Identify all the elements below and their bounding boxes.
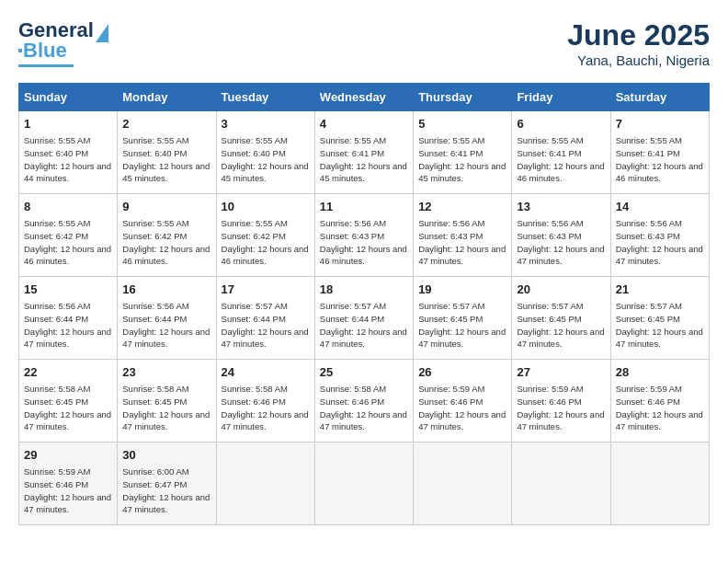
day-number: 15: [24, 282, 112, 298]
day-info: Sunrise: 5:55 AM Sunset: 6:42 PM Dayligh…: [222, 217, 310, 268]
day-number: 5: [418, 116, 506, 132]
calendar-row-1: 1Sunrise: 5:55 AM Sunset: 6:40 PM Daylig…: [19, 111, 710, 194]
day-info: Sunrise: 5:55 AM Sunset: 6:41 PM Dayligh…: [320, 134, 408, 185]
day-number: 14: [616, 199, 704, 215]
logo-blue: Blue: [23, 39, 67, 63]
day-number: 7: [616, 116, 704, 132]
calendar-cell: 1Sunrise: 5:55 AM Sunset: 6:40 PM Daylig…: [19, 111, 118, 194]
calendar-cell: 14Sunrise: 5:56 AM Sunset: 6:43 PM Dayli…: [610, 194, 709, 277]
day-info: Sunrise: 5:56 AM Sunset: 6:43 PM Dayligh…: [616, 217, 704, 268]
day-number: 24: [222, 364, 310, 381]
day-info: Sunrise: 5:59 AM Sunset: 6:46 PM Dayligh…: [517, 383, 605, 433]
day-info: Sunrise: 5:58 AM Sunset: 6:45 PM Dayligh…: [122, 383, 210, 433]
day-number: 28: [616, 364, 704, 381]
calendar-cell: 26Sunrise: 5:59 AM Sunset: 6:46 PM Dayli…: [414, 360, 512, 442]
day-number: 13: [517, 199, 605, 215]
day-info: Sunrise: 5:55 AM Sunset: 6:42 PM Dayligh…: [122, 217, 210, 268]
day-info: Sunrise: 5:56 AM Sunset: 6:43 PM Dayligh…: [320, 217, 408, 268]
day-info: Sunrise: 5:58 AM Sunset: 6:46 PM Dayligh…: [320, 383, 408, 433]
day-info: Sunrise: 5:56 AM Sunset: 6:43 PM Dayligh…: [418, 217, 506, 268]
day-number: 16: [122, 282, 210, 298]
day-number: 3: [222, 116, 310, 132]
calendar-cell: 4Sunrise: 5:55 AM Sunset: 6:41 PM Daylig…: [314, 111, 413, 194]
day-info: Sunrise: 5:56 AM Sunset: 6:44 PM Dayligh…: [122, 300, 210, 350]
day-number: 10: [222, 199, 310, 215]
day-info: Sunrise: 5:59 AM Sunset: 6:46 PM Dayligh…: [418, 383, 506, 433]
calendar-cell: 9Sunrise: 5:55 AM Sunset: 6:42 PM Daylig…: [118, 194, 216, 277]
day-number: 6: [517, 116, 605, 132]
calendar-cell: 21Sunrise: 5:57 AM Sunset: 6:45 PM Dayli…: [610, 277, 709, 360]
calendar-row-2: 8Sunrise: 5:55 AM Sunset: 6:42 PM Daylig…: [19, 194, 710, 277]
calendar-title: June 2025: [567, 18, 710, 52]
col-saturday: Saturday: [610, 84, 709, 111]
day-number: 8: [24, 199, 112, 215]
calendar-cell: 17Sunrise: 5:57 AM Sunset: 6:44 PM Dayli…: [216, 277, 314, 360]
day-number: 11: [320, 199, 408, 215]
day-number: 4: [320, 116, 408, 132]
calendar-cell: 19Sunrise: 5:57 AM Sunset: 6:45 PM Dayli…: [414, 277, 512, 360]
day-number: 23: [122, 364, 210, 381]
col-monday: Monday: [118, 84, 216, 111]
calendar-cell: [314, 442, 413, 525]
calendar-row-4: 22Sunrise: 5:58 AM Sunset: 6:45 PM Dayli…: [19, 360, 710, 442]
calendar-cell: [414, 442, 512, 525]
calendar-cell: 27Sunrise: 5:59 AM Sunset: 6:46 PM Dayli…: [512, 360, 610, 442]
day-number: 30: [122, 447, 210, 464]
calendar-cell: 7Sunrise: 5:55 AM Sunset: 6:41 PM Daylig…: [610, 111, 709, 194]
day-info: Sunrise: 5:55 AM Sunset: 6:41 PM Dayligh…: [616, 134, 704, 185]
day-info: Sunrise: 5:56 AM Sunset: 6:44 PM Dayligh…: [24, 300, 112, 350]
day-number: 21: [616, 282, 704, 298]
calendar-cell: [610, 442, 709, 525]
calendar-cell: 2Sunrise: 5:55 AM Sunset: 6:40 PM Daylig…: [118, 111, 216, 194]
day-info: Sunrise: 5:55 AM Sunset: 6:41 PM Dayligh…: [517, 134, 605, 185]
calendar-cell: 10Sunrise: 5:55 AM Sunset: 6:42 PM Dayli…: [216, 194, 314, 277]
day-number: 19: [418, 282, 506, 298]
calendar-cell: [512, 442, 610, 525]
day-info: Sunrise: 5:57 AM Sunset: 6:45 PM Dayligh…: [517, 300, 605, 350]
col-sunday: Sunday: [19, 84, 118, 111]
day-info: Sunrise: 5:57 AM Sunset: 6:45 PM Dayligh…: [418, 300, 506, 350]
calendar-cell: 5Sunrise: 5:55 AM Sunset: 6:41 PM Daylig…: [414, 111, 512, 194]
col-friday: Friday: [512, 84, 610, 111]
logo: General Blue: [18, 18, 108, 67]
day-info: Sunrise: 5:58 AM Sunset: 6:46 PM Dayligh…: [222, 383, 310, 433]
calendar-cell: 16Sunrise: 5:56 AM Sunset: 6:44 PM Dayli…: [118, 277, 216, 360]
title-block: June 2025 Yana, Bauchi, Nigeria: [567, 18, 710, 68]
calendar-cell: 23Sunrise: 5:58 AM Sunset: 6:45 PM Dayli…: [118, 360, 216, 442]
calendar-cell: 22Sunrise: 5:58 AM Sunset: 6:45 PM Dayli…: [19, 360, 118, 442]
day-info: Sunrise: 5:59 AM Sunset: 6:46 PM Dayligh…: [24, 465, 112, 516]
day-number: 17: [222, 282, 310, 298]
day-number: 29: [24, 447, 112, 464]
calendar-cell: 24Sunrise: 5:58 AM Sunset: 6:46 PM Dayli…: [216, 360, 314, 442]
calendar-cell: [216, 442, 314, 525]
calendar-header-row: Sunday Monday Tuesday Wednesday Thursday…: [19, 84, 710, 111]
col-wednesday: Wednesday: [314, 84, 413, 111]
calendar-cell: 12Sunrise: 5:56 AM Sunset: 6:43 PM Dayli…: [414, 194, 512, 277]
calendar-cell: 18Sunrise: 5:57 AM Sunset: 6:44 PM Dayli…: [314, 277, 413, 360]
day-number: 1: [24, 116, 112, 132]
day-number: 20: [517, 282, 605, 298]
calendar-cell: 28Sunrise: 5:59 AM Sunset: 6:46 PM Dayli…: [610, 360, 709, 442]
calendar-cell: 3Sunrise: 5:55 AM Sunset: 6:40 PM Daylig…: [216, 111, 314, 194]
day-number: 12: [418, 199, 506, 215]
calendar-row-3: 15Sunrise: 5:56 AM Sunset: 6:44 PM Dayli…: [19, 277, 710, 360]
day-info: Sunrise: 5:57 AM Sunset: 6:44 PM Dayligh…: [222, 300, 310, 350]
calendar-cell: 6Sunrise: 5:55 AM Sunset: 6:41 PM Daylig…: [512, 111, 610, 194]
col-thursday: Thursday: [414, 84, 512, 111]
day-info: Sunrise: 5:56 AM Sunset: 6:43 PM Dayligh…: [517, 217, 605, 268]
day-info: Sunrise: 5:55 AM Sunset: 6:41 PM Dayligh…: [418, 134, 506, 185]
day-info: Sunrise: 5:55 AM Sunset: 6:40 PM Dayligh…: [24, 134, 112, 185]
day-info: Sunrise: 5:58 AM Sunset: 6:45 PM Dayligh…: [24, 383, 112, 433]
day-number: 22: [24, 364, 112, 381]
calendar-cell: 13Sunrise: 5:56 AM Sunset: 6:43 PM Dayli…: [512, 194, 610, 277]
calendar-cell: 30Sunrise: 6:00 AM Sunset: 6:47 PM Dayli…: [118, 442, 216, 525]
calendar-cell: 11Sunrise: 5:56 AM Sunset: 6:43 PM Dayli…: [314, 194, 413, 277]
day-number: 25: [320, 364, 408, 381]
calendar-subtitle: Yana, Bauchi, Nigeria: [567, 52, 710, 68]
calendar-cell: 29Sunrise: 5:59 AM Sunset: 6:46 PM Dayli…: [19, 442, 118, 525]
day-number: 26: [418, 364, 506, 381]
day-info: Sunrise: 5:55 AM Sunset: 6:42 PM Dayligh…: [24, 217, 112, 268]
calendar-cell: 8Sunrise: 5:55 AM Sunset: 6:42 PM Daylig…: [19, 194, 118, 277]
day-info: Sunrise: 5:59 AM Sunset: 6:46 PM Dayligh…: [616, 383, 704, 433]
calendar-table: Sunday Monday Tuesday Wednesday Thursday…: [18, 83, 710, 525]
